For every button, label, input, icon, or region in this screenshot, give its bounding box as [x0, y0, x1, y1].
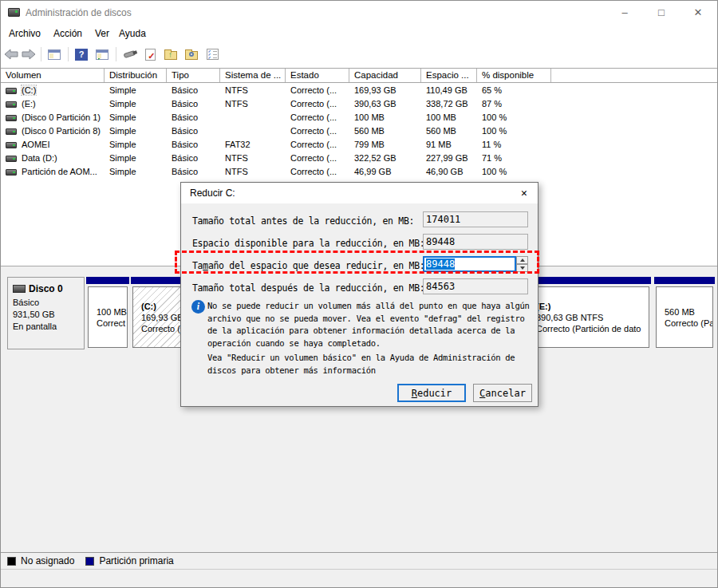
cell: Correcto (... — [286, 111, 349, 124]
disk0-panel[interactable]: Disco 0 Básico 931,50 GB En pantalla — [7, 277, 85, 349]
cell: 100 % — [477, 111, 551, 124]
legend-unallocated-label: No asignado — [21, 555, 74, 566]
dialog-title: Reducir C: — [190, 187, 235, 199]
primary-partition-bar — [526, 277, 651, 284]
column-header-capacidad[interactable]: Capacidad — [349, 69, 421, 82]
primary-partition-bar — [86, 277, 129, 284]
partition-560mb[interactable]: 560 MB Correcto (Pa — [654, 277, 715, 349]
info-text-2: Vea "Reducir un volumen básico" en la Ay… — [207, 352, 536, 377]
column-header-disponible[interactable]: % disponible — [477, 69, 551, 82]
partition-100mb[interactable]: 100 MB Correct — [86, 277, 129, 349]
cell: Básico — [167, 165, 220, 179]
cell: 11 % — [477, 138, 551, 152]
cell: 100 MB — [421, 111, 477, 124]
table-row[interactable]: Partición de AOM...SimpleBásicoNTFSCorre… — [1, 165, 717, 179]
spinner-up-icon[interactable] — [516, 256, 528, 264]
field-total-after: 84563 — [423, 278, 528, 294]
view-checklist-icon[interactable]: ✓✓✓ — [203, 46, 221, 62]
menu-ayuda[interactable]: Ayuda — [119, 27, 146, 41]
cell — [220, 111, 286, 124]
cell: (E:) — [1, 97, 105, 111]
cell: 71 % — [477, 152, 551, 165]
reduce-button[interactable]: Reducir — [397, 384, 466, 402]
toolbar-separator — [41, 47, 41, 61]
cell: Simple — [105, 165, 167, 179]
help-icon[interactable]: ? — [73, 46, 90, 62]
cell: Correcto (... — [286, 84, 349, 97]
cell — [220, 124, 286, 138]
forward-icon[interactable] — [20, 46, 37, 62]
cell: NTFS — [220, 165, 286, 179]
show-console-tree-icon[interactable] — [45, 46, 63, 62]
partition-size: 390,63 GB NTFS — [536, 312, 645, 323]
menu-accion[interactable]: Acción — [53, 27, 82, 41]
label-total-before: Tamaño total antes de la reducción, en M… — [192, 215, 414, 227]
show-action-pane-icon[interactable] — [93, 46, 111, 62]
cell: 46,90 GB — [421, 165, 477, 179]
window-title: Administración de discos — [26, 7, 132, 18]
status-bar — [1, 569, 717, 588]
cell: Simple — [105, 152, 167, 165]
table-row[interactable]: Data (D:)SimpleBásicoNTFSCorrecto (...32… — [1, 152, 717, 165]
column-header-volumen[interactable]: Volumen — [1, 69, 105, 82]
back-icon[interactable] — [2, 46, 20, 62]
column-header-distribucion[interactable]: Distribución — [105, 69, 167, 82]
cell: AOMEI — [1, 138, 105, 152]
volume-icon — [6, 169, 17, 176]
dialog-title-bar: Reducir C: ✕ — [181, 183, 538, 203]
cell: Correcto (... — [286, 152, 349, 165]
volume-icon — [6, 142, 17, 148]
cell: Básico — [167, 84, 220, 97]
dialog-close-icon[interactable]: ✕ — [515, 185, 533, 201]
cell: Simple — [105, 111, 167, 124]
cell: 169,93 GB — [349, 84, 421, 97]
column-header-sistema[interactable]: Sistema de ... — [220, 69, 286, 82]
column-header-espacio[interactable]: Espacio ... — [421, 69, 477, 82]
cell: Data (D:) — [1, 152, 105, 165]
cell: 65 % — [477, 84, 551, 97]
menu-ver[interactable]: Ver — [95, 27, 109, 41]
cell: 322,52 GB — [349, 152, 421, 165]
volume-icon — [6, 101, 17, 108]
primary-partition-bar — [654, 277, 715, 284]
cancel-button[interactable]: Cancelar — [473, 384, 532, 402]
close-button[interactable]: ✕ — [681, 1, 716, 25]
legend-bar: No asignado Partición primaria — [1, 552, 717, 569]
cell: NTFS — [220, 152, 286, 165]
field-total-before: 174011 — [423, 211, 528, 227]
volume-list-header: Volumen Distribución Tipo Sistema de ...… — [1, 68, 717, 83]
cell: 46,99 GB — [349, 165, 421, 179]
cell: Básico — [167, 97, 220, 111]
table-row[interactable]: (C:)SimpleBásicoNTFSCorrecto (...169,93 … — [1, 84, 717, 97]
cell: NTFS — [220, 84, 286, 97]
cell: Correcto (... — [286, 97, 349, 111]
disk-status: En pantalla — [13, 321, 79, 333]
spinner-down-icon[interactable] — [516, 264, 528, 272]
search-folder-icon[interactable] — [183, 46, 200, 62]
cell: 100 MB — [349, 111, 421, 124]
minimize-button[interactable]: – — [607, 1, 642, 25]
maximize-button[interactable]: □ — [644, 1, 679, 25]
cell: NTFS — [220, 97, 286, 111]
column-header-tipo[interactable]: Tipo — [167, 69, 220, 82]
check-document-icon[interactable]: ✓ — [141, 46, 159, 62]
table-row[interactable]: (Disco 0 Partición 1)SimpleBásicoCorrect… — [1, 111, 717, 124]
partition-e[interactable]: (E:) 390,63 GB NTFS Correcto (Partición … — [526, 277, 651, 349]
table-row[interactable]: AOMEISimpleBásicoFAT32Correcto (...799 M… — [1, 138, 717, 152]
info-icon: i — [191, 300, 205, 314]
cell: Correcto (... — [286, 124, 349, 138]
export-folder-icon[interactable]: ↑ — [162, 46, 180, 62]
partition-status: Correcto (Partición de dato — [536, 323, 645, 334]
disk-size: 931,50 GB — [13, 309, 79, 321]
cell: 560 MB — [349, 124, 421, 138]
column-header-estado[interactable]: Estado — [286, 69, 349, 82]
cell: Simple — [105, 138, 167, 152]
properties-icon[interactable] — [120, 46, 138, 62]
table-row[interactable]: (E:)SimpleBásicoNTFSCorrecto (...390,63 … — [1, 97, 717, 111]
shrink-amount-input[interactable]: 89448 — [423, 256, 516, 272]
menu-archivo[interactable]: Archivo — [9, 27, 41, 41]
cell: 227,99 GB — [421, 152, 477, 165]
table-row[interactable]: (Disco 0 Partición 8)SimpleBásicoCorrect… — [1, 124, 717, 138]
partition-name: (E:) — [536, 301, 645, 312]
cell: (Disco 0 Partición 8) — [1, 124, 105, 138]
